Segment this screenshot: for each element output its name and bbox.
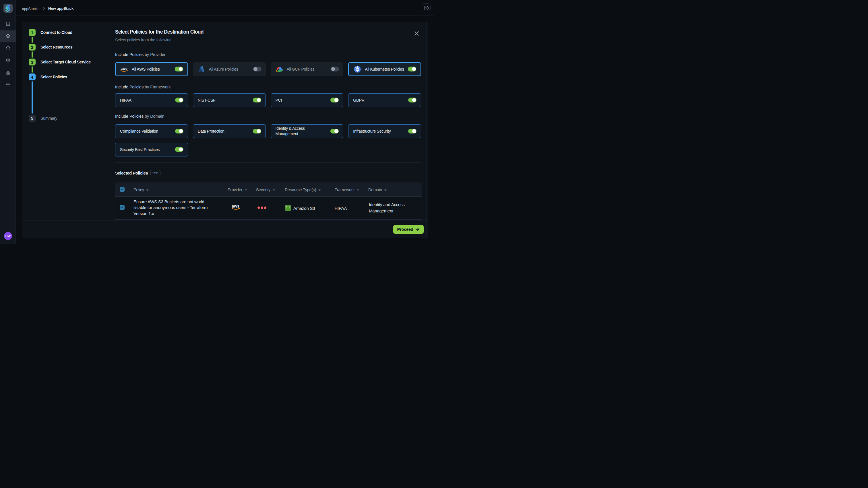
svg-text:aws: aws	[121, 66, 127, 70]
svg-text:aws: aws	[231, 204, 239, 208]
